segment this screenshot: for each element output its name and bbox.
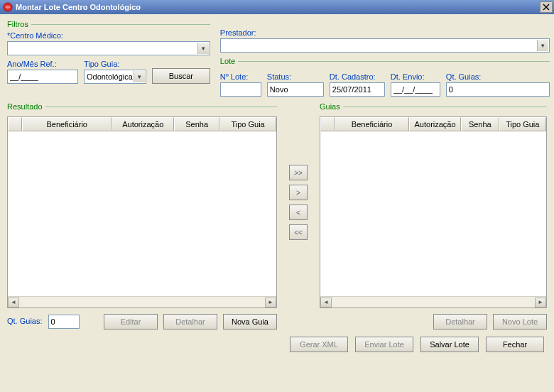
- transfer-buttons: >> > < <<: [287, 101, 310, 240]
- chevron-down-icon: ▼: [197, 43, 209, 54]
- hscrollbar[interactable]: ◄ ►: [8, 296, 276, 307]
- nova-guia-button[interactable]: Nova Guia: [223, 314, 277, 330]
- filtros-fieldset: Filtros *Centro Médico: ▼ Ano/Mês Ref.: …: [7, 20, 210, 84]
- dt-cadastro-label: Dt. Cadastro:: [330, 72, 385, 81]
- qt-guias-bottom-input[interactable]: [48, 315, 80, 329]
- gerar-xml-button[interactable]: Gerar XML: [290, 337, 348, 352]
- centro-medico-label: *Centro Médico:: [7, 31, 210, 40]
- qt-guias-input[interactable]: [446, 82, 550, 97]
- no-lote-label: Nº Lote:: [220, 72, 261, 81]
- novo-lote-button[interactable]: Novo Lote: [493, 314, 547, 330]
- guias-fieldset: Guias: [320, 102, 547, 114]
- resultado-fieldset: Resultado: [7, 102, 277, 114]
- move-left-button[interactable]: <: [289, 205, 308, 220]
- qt-guias-label: Qt. Guias:: [446, 72, 550, 81]
- col-tipo-guia[interactable]: Tipo Guia: [219, 117, 276, 131]
- window-title: Montar Lote Centro Odontológico: [16, 3, 141, 11]
- tipo-guia-value: Odontológica: [87, 72, 133, 81]
- resultado-legend: Resultado: [7, 102, 45, 111]
- detalhar-button[interactable]: Detalhar: [163, 314, 217, 330]
- resultado-tbody: [8, 131, 276, 296]
- editar-button[interactable]: Editar: [104, 314, 158, 330]
- scroll-right-icon[interactable]: ►: [535, 298, 546, 307]
- qt-guias-bottom-label: Qt. Guias:: [7, 317, 43, 325]
- status-input[interactable]: [267, 82, 324, 97]
- app-icon: [3, 2, 13, 12]
- enviar-lote-button[interactable]: Enviar Lote: [355, 337, 413, 352]
- filtros-legend: Filtros: [7, 20, 31, 28]
- col-autorizacao[interactable]: Autorização: [409, 117, 461, 131]
- no-lote-input[interactable]: [220, 82, 261, 97]
- row-selector-header[interactable]: [320, 117, 335, 131]
- col-autorizacao[interactable]: Autorização: [112, 117, 174, 131]
- detalhar2-button[interactable]: Detalhar: [433, 314, 487, 330]
- chevron-down-icon: ▼: [134, 71, 145, 82]
- hscrollbar[interactable]: ◄ ►: [320, 296, 546, 307]
- prestador-label: Prestador:: [220, 28, 550, 37]
- move-right-button[interactable]: >: [289, 185, 308, 200]
- move-all-left-button[interactable]: <<: [289, 224, 308, 240]
- buscar-button[interactable]: Buscar: [152, 68, 210, 84]
- scroll-left-icon[interactable]: ◄: [320, 298, 332, 307]
- col-beneficiario[interactable]: Beneficiário: [335, 117, 409, 131]
- footer-buttons: Gerar XML Enviar Lote Salvar Lote Fechar: [7, 337, 547, 352]
- tipo-guia-label: Tipo Guia:: [84, 60, 146, 68]
- centro-medico-combo[interactable]: ▼: [7, 41, 210, 55]
- col-tipo-guia[interactable]: Tipo Guia: [499, 117, 546, 131]
- close-button[interactable]: [540, 1, 553, 13]
- status-label: Status:: [267, 72, 324, 81]
- move-all-right-button[interactable]: >>: [289, 165, 308, 180]
- guias-table: Beneficiário Autorização Senha Tipo Guia…: [320, 116, 547, 308]
- tipo-guia-combo[interactable]: Odontológica ▼: [84, 70, 146, 84]
- chevron-down-icon: ▼: [537, 40, 548, 51]
- row-selector-header[interactable]: [8, 117, 22, 131]
- dt-envio-input[interactable]: [391, 82, 440, 97]
- scroll-track[interactable]: [332, 298, 535, 307]
- resultado-table: Beneficiário Autorização Senha Tipo Guia…: [7, 116, 277, 308]
- salvar-lote-button[interactable]: Salvar Lote: [420, 337, 479, 352]
- lote-fieldset: Lote Nº Lote: Status: Dt. Cadastro:: [220, 57, 550, 97]
- lote-legend: Lote: [220, 57, 238, 65]
- col-senha[interactable]: Senha: [174, 117, 219, 131]
- guias-legend: Guias: [320, 102, 343, 111]
- col-beneficiario[interactable]: Beneficiário: [22, 117, 112, 131]
- ano-mes-ref-input[interactable]: [7, 70, 78, 84]
- dt-envio-label: Dt. Envio:: [391, 72, 440, 81]
- fechar-button[interactable]: Fechar: [486, 337, 544, 352]
- guias-tbody: [320, 131, 546, 296]
- scroll-right-icon[interactable]: ►: [265, 298, 276, 307]
- scroll-track[interactable]: [19, 298, 265, 307]
- scroll-left-icon[interactable]: ◄: [8, 298, 19, 307]
- title-bar: Montar Lote Centro Odontológico: [0, 0, 554, 14]
- col-senha[interactable]: Senha: [461, 117, 499, 131]
- prestador-combo[interactable]: ▼: [220, 38, 550, 53]
- dt-cadastro-input[interactable]: [330, 82, 385, 97]
- ano-mes-ref-label: Ano/Mês Ref.:: [7, 60, 78, 68]
